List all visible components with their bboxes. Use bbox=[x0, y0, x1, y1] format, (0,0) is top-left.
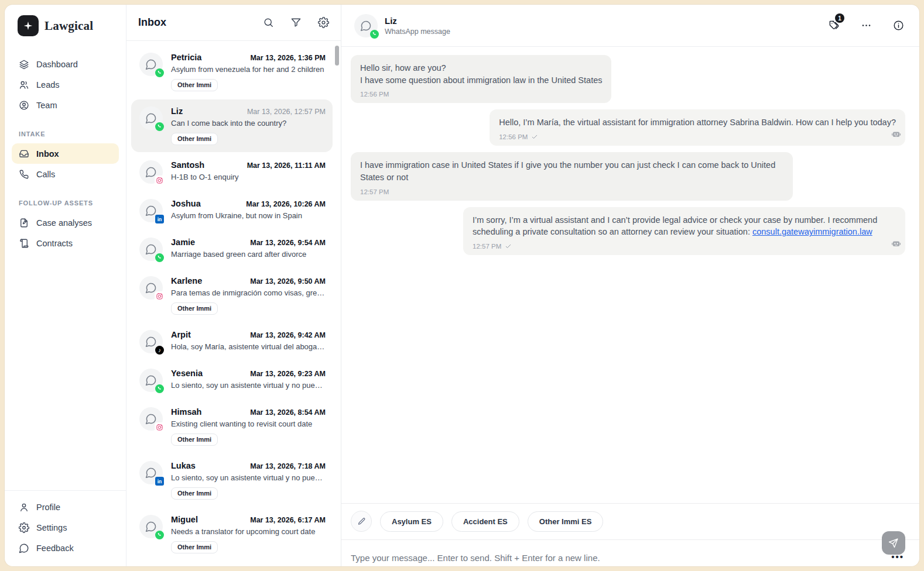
sidebar-footer-nav: ProfileSettingsFeedback bbox=[5, 490, 126, 558]
quick-reply-asylum-es[interactable]: Asylum ES bbox=[380, 511, 443, 532]
inbox-list-header: Inbox bbox=[126, 5, 341, 41]
sidebar-item-feedback[interactable]: Feedback bbox=[12, 538, 119, 558]
conversation-tag: Other Immi bbox=[171, 133, 218, 145]
conversation-item-karlene[interactable]: KarleneMar 13, 2026, 9:50 AMPara temas d… bbox=[131, 269, 333, 322]
conversation-avatar: in bbox=[139, 199, 163, 222]
sidebar-item-label: Leads bbox=[36, 80, 60, 90]
whatsapp-badge-icon bbox=[155, 253, 164, 262]
contact-name: Karlene bbox=[171, 276, 202, 286]
message-link[interactable]: consult.gatewayimmigration.law bbox=[752, 227, 872, 236]
contact-name: Himsah bbox=[171, 407, 201, 417]
users-icon bbox=[19, 80, 29, 90]
message-time: 12:56 PM bbox=[499, 132, 528, 142]
linkedin-badge-icon: in bbox=[155, 215, 164, 223]
contact-name: Yesenia bbox=[171, 369, 203, 378]
user-icon bbox=[19, 502, 29, 512]
sidebar-item-label: Profile bbox=[36, 503, 60, 512]
sidebar-item-profile[interactable]: Profile bbox=[12, 497, 119, 517]
sidebar-item-label: Calls bbox=[36, 170, 55, 179]
conversation-item-lukas[interactable]: inLukasMar 13, 2026, 7:18 AMLo siento, s… bbox=[131, 454, 333, 507]
filter-icon[interactable] bbox=[290, 17, 302, 28]
bot-badge-icon bbox=[891, 239, 901, 252]
conversation-item-joshua[interactable]: inJoshuaMar 13, 2026, 10:26 AMAsylum fro… bbox=[131, 192, 333, 229]
sidebar-item-team[interactable]: Team bbox=[12, 95, 119, 115]
conversation-avatar bbox=[139, 106, 163, 130]
tags-icon[interactable]: 1 bbox=[829, 20, 840, 31]
conversation-avatar bbox=[139, 407, 163, 431]
outgoing-message: Hello, I’m María, the virtual assistant … bbox=[490, 109, 905, 146]
message-thread: Hello sir, how are you? I have some ques… bbox=[341, 47, 919, 503]
conversation-item-petricia[interactable]: PetriciaMar 13, 2026, 1:36 PMAsylum from… bbox=[131, 46, 333, 98]
compose-template-icon[interactable] bbox=[351, 511, 372, 532]
message-time: 12:56 PM bbox=[360, 90, 389, 99]
delivered-check-icon bbox=[531, 133, 538, 140]
conversation-item-santosh[interactable]: SantoshMar 13, 2026, 11:11 AMH-1B to O-1… bbox=[131, 153, 333, 191]
sidebar-item-label: Case analyses bbox=[36, 218, 92, 228]
conversation-preview: Hola, soy María, asistente virtual del a… bbox=[171, 342, 326, 351]
list-scrollbar[interactable] bbox=[335, 46, 339, 66]
conversation-item-arpit[interactable]: ♪ArpitMar 13, 2026, 9:42 AMHola, soy Mar… bbox=[131, 323, 333, 360]
conversation-avatar bbox=[139, 369, 163, 392]
search-icon[interactable] bbox=[263, 17, 274, 28]
conversation-time: Mar 13, 2026, 12:57 PM bbox=[247, 108, 326, 116]
message-time: 12:57 PM bbox=[473, 242, 501, 251]
contact-name: Arpit bbox=[171, 330, 191, 339]
sidebar-sections: INTAKEInboxCallsFOLLOW-UP ASSETSCase ana… bbox=[5, 115, 126, 253]
phone-icon bbox=[19, 169, 29, 180]
message-time: 12:57 PM bbox=[360, 187, 389, 197]
contact-name: Jamie bbox=[171, 238, 195, 247]
conversation-list: PetriciaMar 13, 2026, 1:36 PMAsylum from… bbox=[126, 41, 341, 566]
app-window: Lawgical DashboardLeadsTeam INTAKEInboxC… bbox=[5, 5, 919, 566]
message-text: Hello, I’m María, the virtual assistant … bbox=[499, 118, 896, 127]
conversation-item-himsah[interactable]: HimsahMar 13, 2026, 8:54 AMExisting clie… bbox=[131, 400, 333, 453]
incoming-message: Hello sir, how are you? I have some ques… bbox=[351, 55, 611, 103]
sidebar-item-case-analyses[interactable]: Case analyses bbox=[12, 212, 119, 233]
linkedin-badge-icon: in bbox=[155, 477, 164, 486]
chat-header: Liz WhatsApp message 1 bbox=[341, 5, 919, 47]
layers-icon bbox=[19, 59, 29, 70]
sidebar-item-label: Feedback bbox=[36, 544, 74, 553]
list-settings-icon[interactable] bbox=[318, 17, 329, 28]
sidebar-item-calls[interactable]: Calls bbox=[12, 164, 119, 184]
inbox-icon bbox=[19, 149, 29, 159]
conversation-time: Mar 13, 2026, 6:17 AM bbox=[250, 516, 326, 524]
tag-count-badge: 1 bbox=[835, 13, 844, 23]
user-circle-icon bbox=[19, 100, 29, 111]
scroll-icon bbox=[19, 238, 29, 249]
lawgical-logo-icon bbox=[18, 15, 39, 36]
sidebar-item-label: Settings bbox=[36, 523, 67, 532]
contact-name: Santosh bbox=[171, 160, 204, 170]
conversation-preview: Can I come back into the country? bbox=[171, 119, 326, 128]
sidebar-item-contracts[interactable]: Contracts bbox=[12, 233, 119, 253]
conversation-tag: Other Immi bbox=[171, 434, 218, 446]
sidebar-item-settings[interactable]: Settings bbox=[12, 517, 119, 538]
info-icon[interactable] bbox=[893, 20, 904, 31]
contact-name: Lukas bbox=[171, 461, 196, 470]
sidebar-item-leads[interactable]: Leads bbox=[12, 74, 119, 95]
chat-contact-name: Liz bbox=[385, 16, 450, 26]
contact-name: Liz bbox=[171, 106, 183, 116]
sidebar-item-dashboard[interactable]: Dashboard bbox=[12, 54, 119, 74]
message-input[interactable] bbox=[351, 549, 890, 566]
conversation-avatar bbox=[139, 160, 163, 184]
conversation-tag: Other Immi bbox=[171, 302, 218, 315]
conversation-time: Mar 13, 2026, 9:54 AM bbox=[250, 239, 326, 247]
conversation-preview: Lo siento, soy un asistente virtual y no… bbox=[171, 381, 326, 390]
conversation-item-miguel[interactable]: MiguelMar 13, 2026, 6:17 AMNeeds a trans… bbox=[131, 508, 333, 560]
conversation-preview: Lo siento, soy un asistente virtual y no… bbox=[171, 473, 326, 482]
quick-replies-row: Asylum ESAccident ESOther Immi ES bbox=[341, 504, 919, 540]
message-input-row: ••• bbox=[341, 540, 919, 566]
conversation-item-liz[interactable]: LizMar 13, 2026, 12:57 PMCan I come back… bbox=[131, 99, 333, 152]
conversation-item-yesenia[interactable]: YeseniaMar 13, 2026, 9:23 AMLo siento, s… bbox=[131, 362, 333, 399]
quick-reply-accident-es[interactable]: Accident ES bbox=[451, 511, 519, 532]
feedback-bubble-icon bbox=[19, 543, 29, 553]
inbox-title: Inbox bbox=[138, 16, 247, 29]
send-button[interactable] bbox=[882, 531, 905, 555]
conversation-item-jamie[interactable]: JamieMar 13, 2026, 9:54 AMMarriage based… bbox=[131, 231, 333, 268]
sidebar-item-inbox[interactable]: Inbox bbox=[12, 143, 119, 164]
contact-name: Petricia bbox=[171, 53, 201, 62]
more-options-icon[interactable] bbox=[861, 20, 872, 31]
quick-reply-other-immi-es[interactable]: Other Immi ES bbox=[528, 511, 604, 532]
app-logo: Lawgical bbox=[5, 15, 126, 36]
conversation-tag: Other Immi bbox=[171, 541, 218, 553]
